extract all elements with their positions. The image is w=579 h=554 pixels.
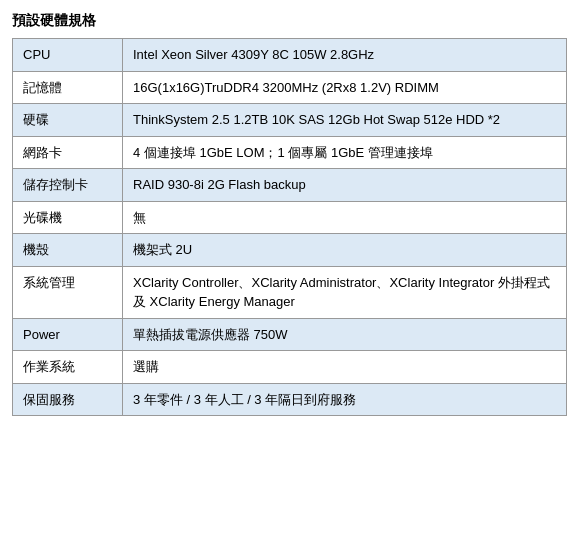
spec-value: RAID 930-8i 2G Flash backup bbox=[123, 169, 567, 202]
spec-label: 光碟機 bbox=[13, 201, 123, 234]
spec-label: Power bbox=[13, 318, 123, 351]
table-row: 機殼機架式 2U bbox=[13, 234, 567, 267]
table-row: 硬碟ThinkSystem 2.5 1.2TB 10K SAS 12Gb Hot… bbox=[13, 104, 567, 137]
spec-label: 記憶體 bbox=[13, 71, 123, 104]
spec-label: 系統管理 bbox=[13, 266, 123, 318]
table-row: Power單熱插拔電源供應器 750W bbox=[13, 318, 567, 351]
spec-label: CPU bbox=[13, 39, 123, 72]
spec-value: XClarity Controller、XClarity Administrat… bbox=[123, 266, 567, 318]
table-row: 記憶體16G(1x16G)TruDDR4 3200MHz (2Rx8 1.2V)… bbox=[13, 71, 567, 104]
table-row: 作業系統選購 bbox=[13, 351, 567, 384]
spec-value: 單熱插拔電源供應器 750W bbox=[123, 318, 567, 351]
spec-value: 無 bbox=[123, 201, 567, 234]
spec-label: 機殼 bbox=[13, 234, 123, 267]
table-row: 系統管理XClarity Controller、XClarity Adminis… bbox=[13, 266, 567, 318]
specs-table: CPUIntel Xeon Silver 4309Y 8C 105W 2.8GH… bbox=[12, 38, 567, 416]
spec-value: 16G(1x16G)TruDDR4 3200MHz (2Rx8 1.2V) RD… bbox=[123, 71, 567, 104]
table-row: 網路卡4 個連接埠 1GbE LOM；1 個專屬 1GbE 管理連接埠 bbox=[13, 136, 567, 169]
spec-label: 硬碟 bbox=[13, 104, 123, 137]
spec-label: 作業系統 bbox=[13, 351, 123, 384]
spec-value: 機架式 2U bbox=[123, 234, 567, 267]
spec-value: 4 個連接埠 1GbE LOM；1 個專屬 1GbE 管理連接埠 bbox=[123, 136, 567, 169]
spec-label: 儲存控制卡 bbox=[13, 169, 123, 202]
spec-label: 網路卡 bbox=[13, 136, 123, 169]
spec-value: Intel Xeon Silver 4309Y 8C 105W 2.8GHz bbox=[123, 39, 567, 72]
table-row: 儲存控制卡RAID 930-8i 2G Flash backup bbox=[13, 169, 567, 202]
page-title: 預設硬體規格 bbox=[12, 12, 567, 30]
spec-value: ThinkSystem 2.5 1.2TB 10K SAS 12Gb Hot S… bbox=[123, 104, 567, 137]
table-row: 光碟機無 bbox=[13, 201, 567, 234]
spec-value: 選購 bbox=[123, 351, 567, 384]
table-row: CPUIntel Xeon Silver 4309Y 8C 105W 2.8GH… bbox=[13, 39, 567, 72]
table-row: 保固服務3 年零件 / 3 年人工 / 3 年隔日到府服務 bbox=[13, 383, 567, 416]
spec-value: 3 年零件 / 3 年人工 / 3 年隔日到府服務 bbox=[123, 383, 567, 416]
spec-label: 保固服務 bbox=[13, 383, 123, 416]
